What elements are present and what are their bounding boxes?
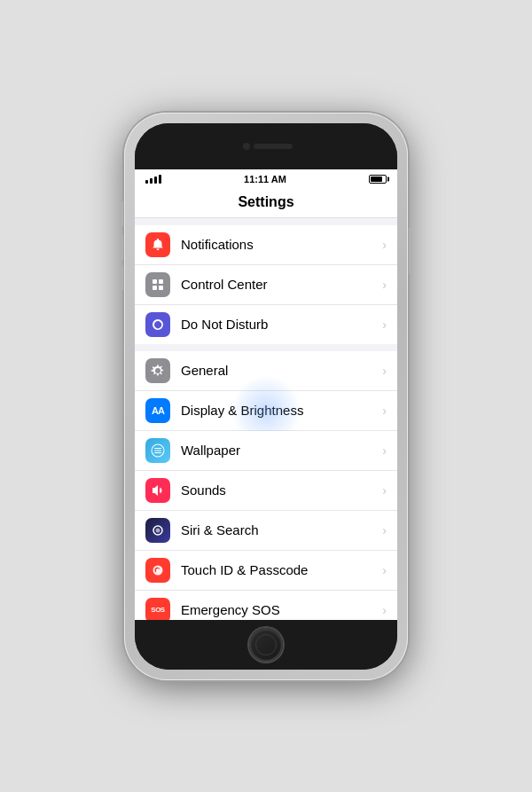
battery-icon bbox=[369, 175, 387, 184]
settings-row-emergency[interactable]: SOS Emergency SOS › bbox=[135, 591, 397, 620]
display-icon: AA bbox=[145, 398, 170, 423]
general-label: General bbox=[181, 363, 379, 378]
siri-icon bbox=[145, 518, 170, 543]
settings-row-control-center[interactable]: Control Center › bbox=[135, 265, 397, 305]
siri-label: Siri & Search bbox=[181, 522, 379, 537]
dnd-icon bbox=[145, 312, 170, 337]
svg-rect-3 bbox=[159, 286, 163, 290]
sounds-icon bbox=[145, 478, 170, 503]
display-chevron: › bbox=[382, 404, 387, 418]
status-bar: 11:11 AM bbox=[135, 169, 397, 189]
emergency-icon: SOS bbox=[145, 598, 170, 620]
signal-bar-1 bbox=[145, 180, 148, 184]
screen: 11:11 AM Settings bbox=[135, 169, 397, 620]
dnd-chevron: › bbox=[382, 318, 387, 332]
svg-point-5 bbox=[156, 528, 160, 532]
emergency-label: Emergency SOS bbox=[181, 602, 379, 617]
general-icon bbox=[145, 358, 170, 383]
dnd-label: Do Not Disturb bbox=[181, 317, 379, 332]
settings-list: Notifications › Control Cente bbox=[135, 218, 397, 620]
battery-fill bbox=[371, 176, 382, 182]
general-chevron: › bbox=[382, 364, 387, 378]
signal-bar-4 bbox=[159, 175, 161, 184]
phone-frame: 11:11 AM Settings bbox=[124, 113, 408, 680]
wallpaper-label: Wallpaper bbox=[181, 443, 379, 458]
home-button[interactable] bbox=[249, 628, 283, 662]
page-title: Settings bbox=[238, 194, 293, 209]
settings-row-dnd[interactable]: Do Not Disturb › bbox=[135, 305, 397, 344]
home-button-ring bbox=[255, 634, 277, 655]
notifications-label: Notifications bbox=[181, 237, 379, 252]
signal-bar-3 bbox=[154, 176, 157, 184]
settings-row-siri[interactable]: Siri & Search › bbox=[135, 511, 397, 551]
wallpaper-chevron: › bbox=[382, 443, 387, 458]
signal-indicator bbox=[145, 175, 161, 184]
settings-row-wallpaper[interactable]: Wallpaper › bbox=[135, 431, 397, 471]
settings-row-display[interactable]: AA Display & Brightness › bbox=[135, 391, 397, 431]
control-center-icon bbox=[145, 272, 170, 297]
settings-row-general[interactable]: General › bbox=[135, 351, 397, 391]
settings-row-sounds[interactable]: Sounds › bbox=[135, 471, 397, 511]
control-center-label: Control Center bbox=[181, 277, 379, 292]
svg-rect-0 bbox=[153, 279, 157, 284]
settings-section-1: Notifications › Control Cente bbox=[135, 225, 397, 344]
svg-point-6 bbox=[157, 569, 159, 570]
touchid-icon bbox=[145, 558, 170, 583]
nav-header: Settings bbox=[135, 189, 397, 218]
settings-row-notifications[interactable]: Notifications › bbox=[135, 225, 397, 265]
phone-inner: 11:11 AM Settings bbox=[135, 123, 397, 670]
emergency-chevron: › bbox=[382, 603, 387, 617]
sounds-label: Sounds bbox=[181, 482, 379, 498]
touchid-label: Touch ID & Passcode bbox=[181, 562, 379, 577]
svg-rect-2 bbox=[153, 286, 157, 290]
bottom-bar bbox=[135, 620, 397, 670]
settings-row-touchid[interactable]: Touch ID & Passcode › bbox=[135, 551, 397, 591]
sounds-chevron: › bbox=[382, 483, 387, 498]
status-time: 11:11 AM bbox=[244, 174, 286, 184]
display-label: Display & Brightness bbox=[181, 403, 379, 418]
control-center-chevron: › bbox=[382, 278, 387, 292]
touchid-chevron: › bbox=[382, 563, 387, 577]
svg-rect-1 bbox=[159, 279, 163, 284]
speaker-grille bbox=[254, 144, 293, 149]
wallpaper-icon bbox=[145, 438, 170, 463]
notifications-chevron: › bbox=[382, 238, 387, 252]
signal-bar-2 bbox=[150, 178, 153, 184]
siri-chevron: › bbox=[382, 523, 387, 537]
notifications-icon bbox=[145, 232, 170, 257]
top-bar bbox=[135, 123, 397, 169]
camera-dot bbox=[243, 143, 250, 150]
settings-section-2: General › AA Display & Brightness › bbox=[135, 351, 397, 620]
status-right bbox=[369, 175, 387, 184]
